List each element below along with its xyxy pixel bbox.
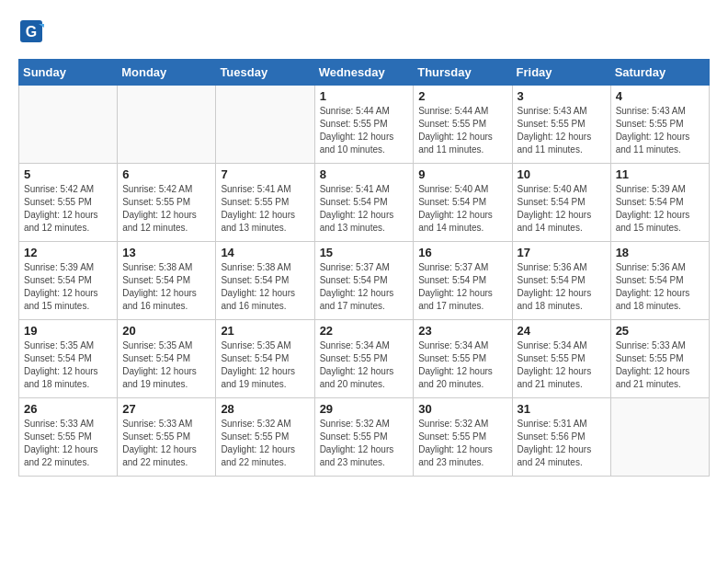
col-header-wednesday: Wednesday [314, 60, 414, 86]
calendar-cell: 12Sunrise: 5:39 AM Sunset: 5:54 PM Dayli… [19, 242, 118, 320]
calendar-cell: 25Sunrise: 5:33 AM Sunset: 5:55 PM Dayli… [610, 320, 709, 398]
day-number: 21 [221, 324, 309, 338]
day-number: 20 [122, 324, 210, 338]
week-row-3: 12Sunrise: 5:39 AM Sunset: 5:54 PM Dayli… [19, 242, 710, 320]
calendar-cell: 29Sunrise: 5:32 AM Sunset: 5:55 PM Dayli… [314, 398, 414, 477]
cell-info: Sunrise: 5:36 AM Sunset: 5:54 PM Dayligh… [616, 261, 704, 313]
calendar-cell: 5Sunrise: 5:42 AM Sunset: 5:55 PM Daylig… [19, 164, 118, 242]
cell-info: Sunrise: 5:43 AM Sunset: 5:55 PM Dayligh… [518, 105, 606, 156]
calendar-cell: 17Sunrise: 5:36 AM Sunset: 5:54 PM Dayli… [512, 242, 610, 320]
cell-info: Sunrise: 5:39 AM Sunset: 5:54 PM Dayligh… [24, 261, 112, 313]
day-number: 25 [616, 324, 704, 338]
col-header-tuesday: Tuesday [216, 60, 314, 86]
cell-info: Sunrise: 5:38 AM Sunset: 5:54 PM Dayligh… [122, 261, 210, 313]
day-number: 5 [24, 167, 112, 181]
cell-info: Sunrise: 5:44 AM Sunset: 5:55 PM Dayligh… [320, 105, 409, 156]
calendar-cell [610, 398, 709, 477]
calendar-cell: 20Sunrise: 5:35 AM Sunset: 5:54 PM Dayli… [118, 320, 216, 398]
day-number: 26 [24, 402, 112, 416]
cell-info: Sunrise: 5:35 AM Sunset: 5:54 PM Dayligh… [122, 339, 210, 391]
page-header: G [18, 18, 710, 44]
week-row-5: 26Sunrise: 5:33 AM Sunset: 5:55 PM Dayli… [19, 398, 710, 477]
cell-info: Sunrise: 5:33 AM Sunset: 5:55 PM Dayligh… [24, 418, 112, 469]
cell-info: Sunrise: 5:41 AM Sunset: 5:54 PM Dayligh… [320, 183, 409, 235]
calendar-cell: 19Sunrise: 5:35 AM Sunset: 5:54 PM Dayli… [19, 320, 118, 398]
calendar-cell: 27Sunrise: 5:33 AM Sunset: 5:55 PM Dayli… [118, 398, 216, 477]
cell-info: Sunrise: 5:35 AM Sunset: 5:54 PM Dayligh… [24, 339, 112, 391]
calendar-cell: 4Sunrise: 5:43 AM Sunset: 5:55 PM Daylig… [610, 86, 709, 164]
day-number: 7 [221, 167, 309, 181]
day-number: 6 [122, 167, 210, 181]
logo-icon: G [18, 18, 44, 44]
week-row-1: 1Sunrise: 5:44 AM Sunset: 5:55 PM Daylig… [19, 86, 710, 164]
calendar-cell [19, 86, 118, 164]
cell-info: Sunrise: 5:42 AM Sunset: 5:55 PM Dayligh… [122, 183, 210, 235]
cell-info: Sunrise: 5:34 AM Sunset: 5:55 PM Dayligh… [418, 339, 506, 391]
day-number: 19 [24, 324, 112, 338]
calendar-cell: 7Sunrise: 5:41 AM Sunset: 5:55 PM Daylig… [216, 164, 314, 242]
cell-info: Sunrise: 5:44 AM Sunset: 5:55 PM Dayligh… [418, 105, 506, 156]
day-number: 23 [418, 324, 506, 338]
col-header-thursday: Thursday [414, 60, 512, 86]
col-header-monday: Monday [118, 60, 216, 86]
cell-info: Sunrise: 5:40 AM Sunset: 5:54 PM Dayligh… [518, 183, 606, 235]
calendar-cell: 23Sunrise: 5:34 AM Sunset: 5:55 PM Dayli… [414, 320, 512, 398]
day-number: 28 [221, 402, 309, 416]
day-number: 17 [518, 246, 606, 259]
calendar-cell: 9Sunrise: 5:40 AM Sunset: 5:54 PM Daylig… [414, 164, 512, 242]
cell-info: Sunrise: 5:38 AM Sunset: 5:54 PM Dayligh… [221, 261, 309, 313]
calendar-cell [216, 86, 314, 164]
day-number: 10 [518, 167, 606, 181]
cell-info: Sunrise: 5:40 AM Sunset: 5:54 PM Dayligh… [418, 183, 506, 235]
calendar-cell: 14Sunrise: 5:38 AM Sunset: 5:54 PM Dayli… [216, 242, 314, 320]
calendar-cell: 1Sunrise: 5:44 AM Sunset: 5:55 PM Daylig… [314, 86, 414, 164]
cell-info: Sunrise: 5:32 AM Sunset: 5:55 PM Dayligh… [418, 418, 506, 469]
cell-info: Sunrise: 5:33 AM Sunset: 5:55 PM Dayligh… [616, 339, 704, 391]
cell-info: Sunrise: 5:37 AM Sunset: 5:54 PM Dayligh… [320, 261, 409, 313]
calendar-cell: 24Sunrise: 5:34 AM Sunset: 5:55 PM Dayli… [512, 320, 610, 398]
day-number: 18 [616, 246, 704, 259]
week-row-2: 5Sunrise: 5:42 AM Sunset: 5:55 PM Daylig… [19, 164, 710, 242]
calendar-cell: 26Sunrise: 5:33 AM Sunset: 5:55 PM Dayli… [19, 398, 118, 477]
calendar-cell: 15Sunrise: 5:37 AM Sunset: 5:54 PM Dayli… [314, 242, 414, 320]
calendar-cell: 21Sunrise: 5:35 AM Sunset: 5:54 PM Dayli… [216, 320, 314, 398]
day-number: 12 [24, 246, 112, 259]
col-header-sunday: Sunday [19, 60, 118, 86]
day-number: 8 [320, 167, 409, 181]
cell-info: Sunrise: 5:37 AM Sunset: 5:54 PM Dayligh… [418, 261, 506, 313]
cell-info: Sunrise: 5:34 AM Sunset: 5:55 PM Dayligh… [320, 339, 409, 391]
day-number: 4 [616, 89, 704, 103]
calendar-cell: 3Sunrise: 5:43 AM Sunset: 5:55 PM Daylig… [512, 86, 610, 164]
day-number: 14 [221, 246, 309, 259]
calendar-cell: 30Sunrise: 5:32 AM Sunset: 5:55 PM Dayli… [414, 398, 512, 477]
cell-info: Sunrise: 5:33 AM Sunset: 5:55 PM Dayligh… [122, 418, 210, 469]
day-number: 29 [320, 402, 409, 416]
day-number: 16 [418, 246, 506, 259]
day-number: 24 [518, 324, 606, 338]
cell-info: Sunrise: 5:43 AM Sunset: 5:55 PM Dayligh… [616, 105, 704, 156]
day-number: 2 [418, 89, 506, 103]
calendar-cell: 13Sunrise: 5:38 AM Sunset: 5:54 PM Dayli… [118, 242, 216, 320]
day-number: 30 [418, 402, 506, 416]
calendar-cell [118, 86, 216, 164]
calendar-cell: 16Sunrise: 5:37 AM Sunset: 5:54 PM Dayli… [414, 242, 512, 320]
calendar-cell: 8Sunrise: 5:41 AM Sunset: 5:54 PM Daylig… [314, 164, 414, 242]
svg-text:G: G [26, 24, 37, 40]
calendar-cell: 31Sunrise: 5:31 AM Sunset: 5:56 PM Dayli… [512, 398, 610, 477]
day-number: 31 [518, 402, 606, 416]
logo: G [18, 18, 46, 44]
calendar-cell: 2Sunrise: 5:44 AM Sunset: 5:55 PM Daylig… [414, 86, 512, 164]
calendar-cell: 10Sunrise: 5:40 AM Sunset: 5:54 PM Dayli… [512, 164, 610, 242]
calendar-cell: 22Sunrise: 5:34 AM Sunset: 5:55 PM Dayli… [314, 320, 414, 398]
day-number: 22 [320, 324, 409, 338]
day-number: 9 [418, 167, 506, 181]
day-number: 3 [518, 89, 606, 103]
cell-info: Sunrise: 5:39 AM Sunset: 5:54 PM Dayligh… [616, 183, 704, 235]
week-row-4: 19Sunrise: 5:35 AM Sunset: 5:54 PM Dayli… [19, 320, 710, 398]
cell-info: Sunrise: 5:34 AM Sunset: 5:55 PM Dayligh… [518, 339, 606, 391]
calendar-cell: 18Sunrise: 5:36 AM Sunset: 5:54 PM Dayli… [610, 242, 709, 320]
day-number: 1 [320, 89, 409, 103]
col-header-saturday: Saturday [610, 60, 709, 86]
calendar-cell: 28Sunrise: 5:32 AM Sunset: 5:55 PM Dayli… [216, 398, 314, 477]
day-number: 15 [320, 246, 409, 259]
